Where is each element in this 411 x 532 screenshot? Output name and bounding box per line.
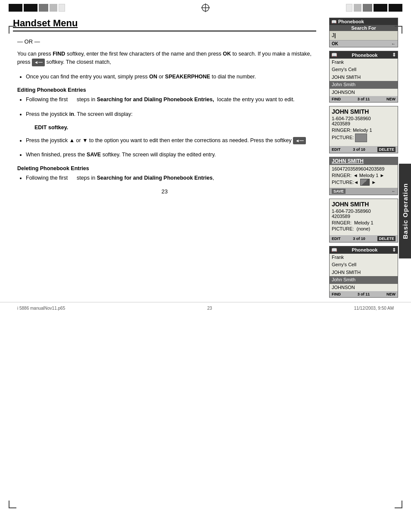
edit-name-header: JOHN SMITH xyxy=(330,157,398,165)
editing-bullet-2-section: Press the joystick in. The screen will d… xyxy=(13,110,316,118)
screen-phonebook-list-2: 📖 Phonebook ⇕ Frank Gerry's Cell JOHN SM… xyxy=(329,246,398,298)
ringer-row: RINGER: Melody 1 xyxy=(332,128,395,133)
screen-detail-body: JOHN SMITH 1-604-720-358960 4203589 RING… xyxy=(330,106,398,145)
screen-search-subheader: Search For xyxy=(330,25,398,31)
screen-list-header: 📖 Phonebook ⇕ xyxy=(330,51,398,59)
deco-block xyxy=(9,4,22,12)
page-footer: i 5886 manualNov11.p65 23 11/12/2003, 9:… xyxy=(0,302,411,314)
top-decoration-bar xyxy=(0,0,411,16)
edit-body: 16047203589604203589 RINGER: ◄ Melody 1 … xyxy=(330,165,398,188)
list-item-john-smith-selected: John Smith xyxy=(330,81,398,88)
editing-bullet-1: Following the first steps in Searching f… xyxy=(26,96,316,104)
after-save-name: JOHN SMITH xyxy=(332,201,395,208)
after-save-number: 1-604-720-358960 4203589 xyxy=(332,208,395,219)
contact-name: JOHN SMITH xyxy=(332,108,395,115)
corner-mark-tl xyxy=(9,26,16,34)
crosshair-center xyxy=(201,3,210,12)
edit-picture-row: PICTURE:◄ ► xyxy=(332,179,395,186)
count-label-2: 3 of 10 xyxy=(353,236,365,241)
sort-icon: ⇕ xyxy=(392,52,396,58)
deleting-phonebook-heading: Deleting Phonebook Entries xyxy=(13,165,316,171)
page-content: Handset Menu — OR — You can press FIND s… xyxy=(0,18,411,298)
backspace-icon-2: ◄— xyxy=(293,137,306,145)
screen-after-save: JOHN SMITH 1-604-720-358960 4203589 RING… xyxy=(329,199,398,243)
new-label-2: NEW xyxy=(386,292,395,296)
save-label: SAVE xyxy=(332,189,346,194)
deco-block xyxy=(50,4,57,12)
paragraph-find: You can press FIND softkey, enter the fi… xyxy=(13,50,316,67)
screen-phonebook-list-1: 📖 Phonebook ⇕ Frank Gerry's Cell JOHN SM… xyxy=(329,51,398,103)
screen-detail-footer: EDIT 3 of 10 DELETE xyxy=(330,146,398,153)
editing-bullet-2: Press the joystick in. The screen will d… xyxy=(26,110,316,118)
back-label: ← xyxy=(392,189,395,193)
list-item-john-smith-upper: JOHN SMITH xyxy=(330,74,398,81)
deco-block xyxy=(374,4,387,12)
phonebook-icon-1: 📖 xyxy=(331,19,336,24)
phonebook-icon-2: 📖 xyxy=(331,52,337,58)
list2-item-gerrys-cell: Gerry's Cell xyxy=(330,261,398,268)
screen-edit-footer: SAVE ← xyxy=(330,188,398,195)
bullet-list-1: Once you can find the entry you want, si… xyxy=(13,73,316,81)
list-item-johnson: JOHNSON xyxy=(330,89,398,96)
screen-edit: JOHN SMITH 16047203589604203589 RINGER: … xyxy=(329,157,398,195)
screen-list-footer: FIND 3 of 11 NEW xyxy=(330,96,398,102)
count-label-3: 3 of 11 xyxy=(358,292,370,296)
after-save-picture-row: PICTURE: (none) xyxy=(332,226,395,231)
picture-thumbnail xyxy=(355,134,367,142)
edit-label: EDIT xyxy=(332,147,341,152)
find-label-2: FIND xyxy=(332,292,341,296)
cursor xyxy=(334,32,336,38)
deleting-bullets: Following the first steps in Searching f… xyxy=(13,174,316,182)
right-column-screens: 📖 Phonebook Search For J OK ← 📖 Phoneboo… xyxy=(329,18,398,298)
after-save-ringer-row: RINGER: Melody 1 xyxy=(332,220,395,225)
back-button-label: ← xyxy=(391,41,395,46)
page-number: 23 xyxy=(13,188,316,195)
edit-softkey-line: EDIT softkey. xyxy=(13,124,316,131)
editing-bullet-3: Press the joystick ▲ or ▼ to the option … xyxy=(26,137,316,145)
editing-bullet-4-section: When finished, press the SAVE softkey. T… xyxy=(13,151,316,159)
screen-search-footer: OK ← xyxy=(330,40,398,47)
deleting-bullet-1: Following the first steps in Searching f… xyxy=(26,174,316,182)
edit-label-2: EDIT xyxy=(332,236,341,241)
contact-number: 1-604-720-358960 4203589 xyxy=(332,116,395,126)
screen-contact-detail: JOHN SMITH 1-604-720-358960 4203589 RING… xyxy=(329,106,398,153)
after-save-body: JOHN SMITH 1-604-720-358960 4203589 RING… xyxy=(330,199,398,234)
deco-block xyxy=(59,4,65,12)
list2-item-john-smith-selected: John Smith xyxy=(330,276,398,283)
deco-right-blocks xyxy=(346,4,402,12)
phonebook-icon-3: 📖 xyxy=(331,247,337,253)
deco-block xyxy=(346,4,352,12)
list2-item-frank: Frank xyxy=(330,254,398,261)
deco-block xyxy=(24,4,37,12)
left-column: Handset Menu — OR — You can press FIND s… xyxy=(13,18,321,298)
screen-search-input: J xyxy=(330,31,398,40)
list2-item-johnson: JOHNSON xyxy=(330,284,398,291)
list-item-frank: Frank xyxy=(330,59,398,66)
screen-list-2-header: 📖 Phonebook ⇕ xyxy=(330,246,398,254)
list-item-gerrys-cell: Gerry's Cell xyxy=(330,66,398,73)
ok-button-label: OK xyxy=(332,41,338,46)
delete-label-2: DELETE xyxy=(377,236,395,241)
editing-bullet-3-section: Press the joystick ▲ or ▼ to the option … xyxy=(13,137,316,145)
edit-number: 16047203589604203589 xyxy=(332,166,395,171)
deco-block xyxy=(389,4,402,12)
page-title: Handset Menu xyxy=(13,18,316,31)
picture-row: PICTURE: xyxy=(332,134,395,142)
sort-icon-2: ⇕ xyxy=(392,247,396,253)
corner-mark-bl xyxy=(9,501,16,508)
edit-picture-thumbnail xyxy=(360,179,370,186)
or-separator: — OR — xyxy=(13,38,316,45)
footer-filename: i 5886 manualNov11.p65 xyxy=(17,306,65,311)
new-label: NEW xyxy=(386,97,395,101)
delete-label: DELETE xyxy=(377,147,395,152)
screen-search: 📖 Phonebook Search For J OK ← xyxy=(329,18,398,47)
footer-page: 23 xyxy=(207,306,212,311)
deco-block xyxy=(363,4,372,12)
deco-block xyxy=(354,4,361,12)
deco-left-blocks xyxy=(9,4,65,12)
corner-mark-br xyxy=(395,501,402,508)
screen-list-2-footer: FIND 3 of 11 NEW xyxy=(330,291,398,297)
list2-item-john-smith-upper: JOHN SMITH xyxy=(330,269,398,276)
screen-search-header: 📖 Phonebook xyxy=(330,18,398,25)
editing-bullet-4: When finished, press the SAVE softkey. T… xyxy=(26,151,316,159)
